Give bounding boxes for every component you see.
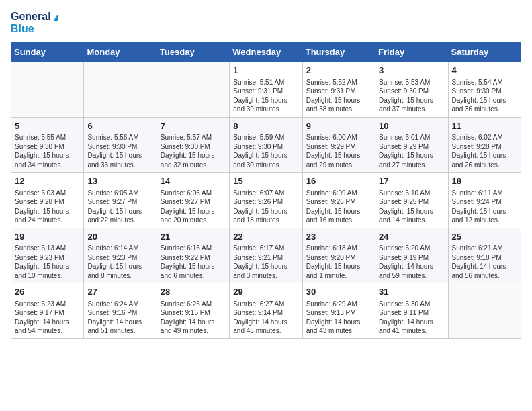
- calendar-cell: 7Sunrise: 5:57 AM Sunset: 9:30 PM Daylig…: [157, 117, 229, 173]
- weekday-header-friday: Friday: [375, 43, 448, 62]
- day-info: Sunrise: 6:18 AM Sunset: 9:20 PM Dayligh…: [306, 244, 371, 280]
- calendar-cell: 31Sunrise: 6:30 AM Sunset: 9:11 PM Dayli…: [375, 283, 448, 339]
- day-info: Sunrise: 6:23 AM Sunset: 9:17 PM Dayligh…: [15, 300, 80, 336]
- day-number: 21: [161, 231, 226, 243]
- weekday-header-thursday: Thursday: [302, 43, 375, 62]
- calendar-cell: 17Sunrise: 6:10 AM Sunset: 9:25 PM Dayli…: [375, 173, 448, 228]
- calendar-cell: [11, 62, 84, 118]
- day-info: Sunrise: 6:24 AM Sunset: 9:16 PM Dayligh…: [87, 300, 152, 336]
- week-row-1: 1Sunrise: 5:51 AM Sunset: 9:31 PM Daylig…: [11, 62, 521, 118]
- day-number: 8: [233, 120, 298, 132]
- calendar-cell: 23Sunrise: 6:18 AM Sunset: 9:20 PM Dayli…: [302, 228, 375, 283]
- week-row-5: 26Sunrise: 6:23 AM Sunset: 9:17 PM Dayli…: [11, 283, 521, 339]
- day-info: Sunrise: 5:51 AM Sunset: 9:31 PM Dayligh…: [233, 78, 298, 114]
- calendar-cell: [448, 283, 521, 339]
- calendar-cell: 22Sunrise: 6:17 AM Sunset: 9:21 PM Dayli…: [230, 228, 302, 283]
- day-number: 5: [15, 120, 80, 132]
- logo-text: General Blue: [11, 11, 58, 34]
- day-number: 9: [306, 120, 371, 132]
- calendar-cell: 6Sunrise: 5:56 AM Sunset: 9:30 PM Daylig…: [84, 117, 157, 173]
- day-number: 1: [233, 64, 298, 77]
- calendar-cell: 30Sunrise: 6:29 AM Sunset: 9:13 PM Dayli…: [302, 283, 375, 339]
- calendar-cell: 16Sunrise: 6:09 AM Sunset: 9:26 PM Dayli…: [302, 173, 375, 228]
- calendar-cell: 18Sunrise: 6:11 AM Sunset: 9:24 PM Dayli…: [448, 173, 521, 228]
- calendar-cell: [157, 62, 229, 118]
- calendar-cell: 8Sunrise: 5:59 AM Sunset: 9:30 PM Daylig…: [230, 117, 302, 173]
- calendar-cell: 12Sunrise: 6:03 AM Sunset: 9:28 PM Dayli…: [11, 173, 84, 228]
- calendar-table: SundayMondayTuesdayWednesdayThursdayFrid…: [11, 42, 521, 339]
- day-info: Sunrise: 6:00 AM Sunset: 9:29 PM Dayligh…: [306, 133, 371, 169]
- day-number: 2: [306, 64, 371, 77]
- day-number: 13: [87, 175, 152, 187]
- day-info: Sunrise: 6:05 AM Sunset: 9:27 PM Dayligh…: [87, 189, 152, 225]
- day-number: 11: [452, 120, 517, 132]
- calendar-cell: 2Sunrise: 5:52 AM Sunset: 9:31 PM Daylig…: [302, 62, 375, 118]
- day-info: Sunrise: 6:10 AM Sunset: 9:25 PM Dayligh…: [379, 189, 444, 225]
- calendar-cell: 3Sunrise: 5:53 AM Sunset: 9:30 PM Daylig…: [375, 62, 448, 118]
- calendar-cell: 29Sunrise: 6:27 AM Sunset: 9:14 PM Dayli…: [230, 283, 302, 339]
- weekday-header-row: SundayMondayTuesdayWednesdayThursdayFrid…: [11, 43, 521, 62]
- calendar-cell: 24Sunrise: 6:20 AM Sunset: 9:19 PM Dayli…: [375, 228, 448, 283]
- day-info: Sunrise: 5:54 AM Sunset: 9:30 PM Dayligh…: [452, 78, 517, 114]
- day-number: 15: [233, 175, 298, 187]
- calendar-cell: 27Sunrise: 6:24 AM Sunset: 9:16 PM Dayli…: [84, 283, 157, 339]
- day-number: 6: [87, 120, 152, 132]
- day-info: Sunrise: 5:56 AM Sunset: 9:30 PM Dayligh…: [87, 133, 152, 169]
- calendar-cell: 10Sunrise: 6:01 AM Sunset: 9:29 PM Dayli…: [375, 117, 448, 173]
- week-row-4: 19Sunrise: 6:13 AM Sunset: 9:23 PM Dayli…: [11, 228, 521, 283]
- day-info: Sunrise: 6:20 AM Sunset: 9:19 PM Dayligh…: [379, 244, 444, 280]
- day-number: 14: [161, 175, 226, 187]
- day-info: Sunrise: 6:21 AM Sunset: 9:18 PM Dayligh…: [452, 244, 517, 280]
- day-number: 19: [15, 231, 80, 243]
- day-info: Sunrise: 6:06 AM Sunset: 9:27 PM Dayligh…: [161, 189, 226, 225]
- day-number: 31: [379, 286, 444, 298]
- calendar-cell: 26Sunrise: 6:23 AM Sunset: 9:17 PM Dayli…: [11, 283, 84, 339]
- calendar-cell: 4Sunrise: 5:54 AM Sunset: 9:30 PM Daylig…: [448, 62, 521, 118]
- calendar-cell: 25Sunrise: 6:21 AM Sunset: 9:18 PM Dayli…: [448, 228, 521, 283]
- day-info: Sunrise: 5:52 AM Sunset: 9:31 PM Dayligh…: [306, 78, 371, 114]
- calendar-cell: 11Sunrise: 6:02 AM Sunset: 9:28 PM Dayli…: [448, 117, 521, 173]
- day-info: Sunrise: 6:14 AM Sunset: 9:23 PM Dayligh…: [87, 244, 152, 280]
- day-number: 16: [306, 175, 371, 187]
- day-info: Sunrise: 6:27 AM Sunset: 9:14 PM Dayligh…: [233, 300, 298, 336]
- weekday-header-wednesday: Wednesday: [230, 43, 302, 62]
- day-number: 28: [161, 286, 226, 298]
- calendar-cell: 28Sunrise: 6:26 AM Sunset: 9:15 PM Dayli…: [157, 283, 229, 339]
- day-info: Sunrise: 5:57 AM Sunset: 9:30 PM Dayligh…: [161, 133, 226, 169]
- week-row-3: 12Sunrise: 6:03 AM Sunset: 9:28 PM Dayli…: [11, 173, 521, 228]
- day-info: Sunrise: 6:01 AM Sunset: 9:29 PM Dayligh…: [379, 133, 444, 169]
- calendar-cell: 20Sunrise: 6:14 AM Sunset: 9:23 PM Dayli…: [84, 228, 157, 283]
- logo-container: General Blue: [11, 11, 58, 34]
- calendar-cell: 9Sunrise: 6:00 AM Sunset: 9:29 PM Daylig…: [302, 117, 375, 173]
- day-info: Sunrise: 6:03 AM Sunset: 9:28 PM Dayligh…: [15, 189, 80, 225]
- day-info: Sunrise: 6:26 AM Sunset: 9:15 PM Dayligh…: [161, 300, 226, 336]
- weekday-header-sunday: Sunday: [11, 43, 84, 62]
- day-number: 27: [87, 286, 152, 298]
- day-info: Sunrise: 5:53 AM Sunset: 9:30 PM Dayligh…: [379, 78, 444, 114]
- day-number: 17: [379, 175, 444, 187]
- day-info: Sunrise: 6:11 AM Sunset: 9:24 PM Dayligh…: [452, 189, 517, 225]
- calendar-cell: [84, 62, 157, 118]
- calendar-cell: 21Sunrise: 6:16 AM Sunset: 9:22 PM Dayli…: [157, 228, 229, 283]
- calendar-cell: 1Sunrise: 5:51 AM Sunset: 9:31 PM Daylig…: [230, 62, 302, 118]
- logo-general: General: [11, 11, 58, 23]
- day-info: Sunrise: 6:09 AM Sunset: 9:26 PM Dayligh…: [306, 189, 371, 225]
- day-info: Sunrise: 5:55 AM Sunset: 9:30 PM Dayligh…: [15, 133, 80, 169]
- day-number: 3: [379, 64, 444, 77]
- calendar-cell: 5Sunrise: 5:55 AM Sunset: 9:30 PM Daylig…: [11, 117, 84, 173]
- day-info: Sunrise: 6:16 AM Sunset: 9:22 PM Dayligh…: [161, 244, 226, 280]
- day-info: Sunrise: 6:30 AM Sunset: 9:11 PM Dayligh…: [379, 300, 444, 336]
- day-info: Sunrise: 6:02 AM Sunset: 9:28 PM Dayligh…: [452, 133, 517, 169]
- calendar-cell: 13Sunrise: 6:05 AM Sunset: 9:27 PM Dayli…: [84, 173, 157, 228]
- day-info: Sunrise: 6:13 AM Sunset: 9:23 PM Dayligh…: [15, 244, 80, 280]
- day-number: 23: [306, 231, 371, 243]
- weekday-header-tuesday: Tuesday: [157, 43, 229, 62]
- calendar-cell: 15Sunrise: 6:07 AM Sunset: 9:26 PM Dayli…: [230, 173, 302, 228]
- day-info: Sunrise: 6:07 AM Sunset: 9:26 PM Dayligh…: [233, 189, 298, 225]
- day-number: 29: [233, 286, 298, 298]
- day-number: 18: [452, 175, 517, 187]
- day-number: 12: [15, 175, 80, 187]
- calendar-cell: 14Sunrise: 6:06 AM Sunset: 9:27 PM Dayli…: [157, 173, 229, 228]
- day-info: Sunrise: 6:17 AM Sunset: 9:21 PM Dayligh…: [233, 244, 298, 280]
- day-number: 20: [87, 231, 152, 243]
